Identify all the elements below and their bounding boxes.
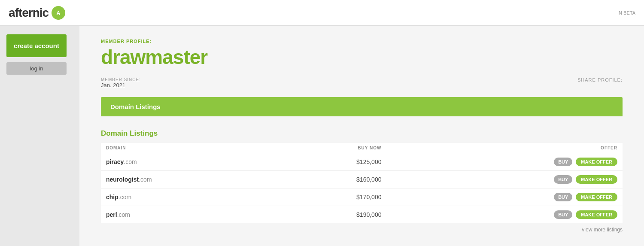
create-account-button[interactable]: create account [6,34,67,57]
action-cell: BUY MAKE OFFER [386,171,623,188]
member-since-date: Jan. 2021 [101,82,141,88]
share-profile-link[interactable]: SHARE PROFILE: [577,77,623,82]
member-since-label: MEMBER SINCE: [101,77,141,82]
domain-tld: .com [117,211,130,218]
logo-text: afternic [9,6,49,20]
member-profile-label: MEMBER PROFILE: [101,39,623,44]
header: afternic A IN BETA [0,0,644,26]
member-meta: MEMBER SINCE: Jan. 2021 SHARE PROFILE: [101,77,623,88]
buy-button[interactable]: BUY [554,210,572,219]
price-cell: $125,000 [276,153,386,171]
view-more-link[interactable]: view more listings [582,227,623,233]
price-cell: $160,000 [276,171,386,188]
domain-listings-section: Domain Listings DOMAIN BUY NOW OFFER pir… [101,129,623,233]
view-more-listings[interactable]: view more listings [101,227,623,233]
domain-cell: neurologist.com [101,171,276,188]
table-row: piracy.com $125,000 BUY MAKE OFFER [101,153,623,171]
price-cell: $190,000 [276,206,386,224]
domain-listings-title: Domain Listings [101,129,623,138]
profile-header: MEMBER PROFILE: drawmaster [101,39,623,69]
page-body: create account log in MEMBER PROFILE: dr… [0,26,644,246]
buy-button[interactable]: BUY [554,175,572,184]
main-content: MEMBER PROFILE: drawmaster MEMBER SINCE:… [79,26,644,246]
svg-text:A: A [56,10,61,16]
domain-cell: chip.com [101,188,276,206]
domain-name: chip [106,194,118,200]
make-offer-button[interactable]: MAKE OFFER [576,210,617,219]
table-row: neurologist.com $160,000 BUY MAKE OFFER [101,171,623,188]
tab-bar: Domain Listings [101,97,623,116]
price-cell: $170,000 [276,188,386,206]
action-cell: BUY MAKE OFFER [386,206,623,224]
buy-button[interactable]: BUY [554,193,572,201]
domain-name: perl [106,211,117,218]
make-offer-button[interactable]: MAKE OFFER [576,193,617,201]
action-cell: BUY MAKE OFFER [386,153,623,171]
domain-tld: .com [124,158,137,165]
tab-domain-listings[interactable]: Domain Listings [101,97,170,116]
domain-name: neurologist [106,176,139,183]
domain-tld: .com [118,194,131,200]
domain-name: piracy [106,158,124,165]
header-nav-label: IN BETA [617,10,635,15]
sidebar: create account log in [0,26,79,246]
col-buy-now: BUY NOW [276,143,386,153]
col-offer: OFFER [386,143,623,153]
make-offer-button[interactable]: MAKE OFFER [576,175,617,184]
listings-table: DOMAIN BUY NOW OFFER piracy.com $125,000… [101,143,623,223]
member-since-block: MEMBER SINCE: Jan. 2021 [101,77,141,88]
table-row: chip.com $170,000 BUY MAKE OFFER [101,188,623,206]
domain-tld: .com [139,176,152,183]
col-domain: DOMAIN [101,143,276,153]
member-username: drawmaster [101,46,623,69]
logo-icon: A [51,6,66,20]
action-cell: BUY MAKE OFFER [386,188,623,206]
login-button[interactable]: log in [6,62,67,75]
buy-button[interactable]: BUY [554,158,572,166]
table-row: perl.com $190,000 BUY MAKE OFFER [101,206,623,224]
make-offer-button[interactable]: MAKE OFFER [576,158,617,166]
logo: afternic A [9,6,66,20]
domain-cell: perl.com [101,206,276,224]
domain-cell: piracy.com [101,153,276,171]
